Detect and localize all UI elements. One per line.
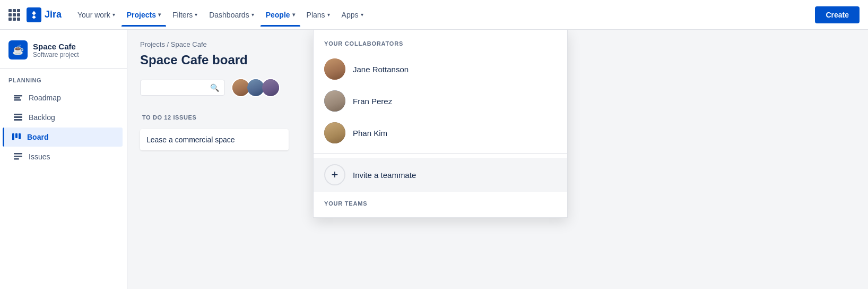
chevron-down-icon: ▾ [292,12,295,18]
main-layout: ☕ Space Cafe Software project PLANNING R… [0,30,868,289]
issues-icon [13,151,23,162]
chevron-down-icon: ▾ [251,12,254,18]
chevron-down-icon: ▾ [112,12,115,18]
grid-icon[interactable] [8,9,20,21]
project-icon: ☕ [8,40,28,60]
jira-logo-icon [27,7,41,22]
svg-rect-7 [15,133,18,138]
breadcrumb-separator: / [167,40,171,48]
project-name: Space Cafe [33,42,79,51]
sidebar-item-roadmap[interactable]: Roadmap [4,88,123,107]
breadcrumb-current: Space Cafe [171,40,207,48]
collaborator-name: Fran Perez [353,97,392,106]
planning-label: PLANNING [0,77,127,88]
sidebar-item-board[interactable]: Board [3,128,123,147]
project-type: Software project [33,51,79,58]
collaborator-name: Phan Kim [353,129,387,138]
svg-rect-5 [14,119,22,121]
roadmap-icon [13,92,23,103]
sidebar-item-label: Backlog [29,113,55,122]
collaborators-section-label: YOUR COLLABORATORS [314,40,567,53]
svg-rect-4 [14,116,22,118]
svg-rect-2 [14,99,21,101]
chevron-down-icon: ▾ [158,12,161,18]
navbar: Jira Your work ▾ Projects ▾ Filters ▾ Da… [0,0,868,30]
board-icon [11,132,22,142]
jira-logo-text: Jira [45,9,62,20]
people-dropdown[interactable]: YOUR COLLABORATORS Jane Rottanson Fran P… [313,30,568,218]
svg-rect-1 [14,97,20,99]
svg-rect-10 [14,156,22,157]
board-card[interactable]: Lease a commercial space [140,129,289,150]
nav-items: Your work ▾ Projects ▾ Filters ▾ Dashboa… [72,7,811,22]
collaborator-name: Jane Rottanson [353,65,409,74]
sidebar-item-backlog[interactable]: Backlog [4,108,123,127]
create-button[interactable]: Create [815,6,860,23]
todo-column: TO DO 12 ISSUES Lease a commercial space [140,110,289,155]
chevron-down-icon: ▾ [195,12,197,18]
svg-rect-0 [14,95,22,97]
avatar [324,58,345,80]
svg-rect-6 [12,133,14,140]
chevron-down-icon: ▾ [361,12,363,18]
jira-logo[interactable]: Jira [27,7,62,22]
sidebar: ☕ Space Cafe Software project PLANNING R… [0,30,127,289]
plus-icon: + [324,164,345,185]
board-search[interactable]: 🔍 [140,80,225,96]
svg-rect-9 [14,153,22,155]
svg-rect-11 [14,158,19,160]
collaborator-item[interactable]: Jane Rottanson [314,53,567,85]
nav-item-people[interactable]: People ▾ [261,7,300,22]
collaborator-item[interactable]: Phan Kim [314,117,567,149]
column-header: TO DO 12 ISSUES [140,110,289,125]
avatar-group [231,78,280,97]
chevron-down-icon: ▾ [327,12,330,18]
nav-item-filters[interactable]: Filters ▾ [167,7,203,22]
collaborator-item[interactable]: Fran Perez [314,85,567,117]
sidebar-item-issues[interactable]: Issues [4,147,123,166]
backlog-icon [13,112,23,123]
nav-item-projects[interactable]: Projects ▾ [121,7,166,22]
card-text: Lease a commercial space [146,135,235,144]
breadcrumb-projects[interactable]: Projects [140,40,165,48]
avatar[interactable] [261,78,280,97]
invite-label: Invite a teammate [353,171,416,180]
sidebar-project-header: ☕ Space Cafe Software project [0,40,127,69]
svg-rect-8 [19,133,21,139]
avatar [324,122,345,143]
nav-item-dashboards[interactable]: Dashboards ▾ [204,7,259,22]
svg-rect-3 [14,114,22,115]
sidebar-item-label: Board [27,133,48,141]
avatar [324,90,345,112]
teams-section-label: YOUR TEAMS [314,192,567,209]
nav-item-apps[interactable]: Apps ▾ [336,7,369,22]
search-input[interactable] [146,83,207,92]
sidebar-item-label: Issues [29,152,50,161]
sidebar-item-label: Roadmap [29,94,61,102]
search-icon: 🔍 [210,83,219,92]
invite-teammate-item[interactable]: + Invite a teammate [314,158,567,192]
nav-item-your-work[interactable]: Your work ▾ [72,7,120,22]
nav-item-plans[interactable]: Plans ▾ [301,7,335,22]
divider [314,153,567,154]
